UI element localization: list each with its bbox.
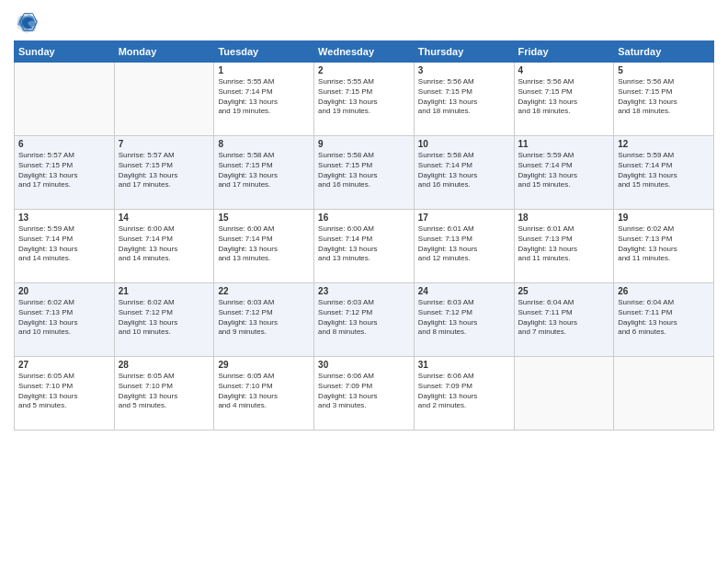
day-info: Sunrise: 6:03 AM Sunset: 7:12 PM Dayligh… xyxy=(318,298,410,338)
day-info: Sunrise: 5:55 AM Sunset: 7:15 PM Dayligh… xyxy=(318,77,410,117)
table-row: 1Sunrise: 5:55 AM Sunset: 7:14 PM Daylig… xyxy=(214,63,314,136)
day-info: Sunrise: 6:02 AM Sunset: 7:12 PM Dayligh… xyxy=(119,298,210,338)
table-row: 14Sunrise: 6:00 AM Sunset: 7:14 PM Dayli… xyxy=(114,210,214,283)
calendar-week-row: 20Sunrise: 6:02 AM Sunset: 7:13 PM Dayli… xyxy=(15,283,714,357)
day-info: Sunrise: 5:58 AM Sunset: 7:14 PM Dayligh… xyxy=(418,151,510,190)
day-number: 5 xyxy=(618,65,710,75)
calendar-header-row: Sunday Monday Tuesday Wednesday Thursday… xyxy=(15,41,714,63)
day-number: 28 xyxy=(119,360,210,370)
day-info: Sunrise: 6:03 AM Sunset: 7:12 PM Dayligh… xyxy=(218,298,310,338)
day-info: Sunrise: 6:02 AM Sunset: 7:13 PM Dayligh… xyxy=(18,298,110,338)
day-info: Sunrise: 6:04 AM Sunset: 7:11 PM Dayligh… xyxy=(618,298,710,338)
day-number: 8 xyxy=(218,139,310,149)
day-number: 9 xyxy=(318,139,410,149)
day-number: 29 xyxy=(218,360,310,370)
day-info: Sunrise: 6:04 AM Sunset: 7:11 PM Dayligh… xyxy=(518,298,610,338)
day-number: 10 xyxy=(418,139,510,149)
logo xyxy=(14,9,43,35)
table-row: 4Sunrise: 5:56 AM Sunset: 7:15 PM Daylig… xyxy=(514,63,614,136)
day-number: 14 xyxy=(119,213,210,223)
table-row: 20Sunrise: 6:02 AM Sunset: 7:13 PM Dayli… xyxy=(15,283,115,357)
day-number: 31 xyxy=(418,360,510,370)
day-info: Sunrise: 6:00 AM Sunset: 7:14 PM Dayligh… xyxy=(218,224,310,264)
day-number: 11 xyxy=(518,139,610,149)
col-saturday: Saturday xyxy=(614,41,714,63)
day-info: Sunrise: 5:58 AM Sunset: 7:15 PM Dayligh… xyxy=(218,151,310,190)
day-number: 20 xyxy=(18,286,110,296)
table-row: 31Sunrise: 6:06 AM Sunset: 7:09 PM Dayli… xyxy=(414,357,514,431)
day-info: Sunrise: 5:56 AM Sunset: 7:15 PM Dayligh… xyxy=(418,77,510,117)
day-info: Sunrise: 6:05 AM Sunset: 7:10 PM Dayligh… xyxy=(119,372,210,411)
day-number: 23 xyxy=(318,286,410,296)
calendar-table: Sunday Monday Tuesday Wednesday Thursday… xyxy=(14,40,714,431)
day-info: Sunrise: 6:01 AM Sunset: 7:13 PM Dayligh… xyxy=(518,224,610,264)
day-number: 2 xyxy=(318,65,410,75)
day-info: Sunrise: 5:56 AM Sunset: 7:15 PM Dayligh… xyxy=(618,77,710,117)
day-number: 7 xyxy=(119,139,210,149)
day-number: 13 xyxy=(18,213,110,223)
day-info: Sunrise: 6:06 AM Sunset: 7:09 PM Dayligh… xyxy=(318,372,410,411)
day-number: 4 xyxy=(518,65,610,75)
header xyxy=(14,9,714,35)
day-info: Sunrise: 6:01 AM Sunset: 7:13 PM Dayligh… xyxy=(418,224,510,264)
table-row: 23Sunrise: 6:03 AM Sunset: 7:12 PM Dayli… xyxy=(314,283,415,357)
day-number: 12 xyxy=(618,139,710,149)
logo-icon xyxy=(14,9,40,35)
day-number: 3 xyxy=(418,65,510,75)
day-number: 6 xyxy=(18,139,110,149)
day-number: 30 xyxy=(318,360,410,370)
day-info: Sunrise: 6:02 AM Sunset: 7:13 PM Dayligh… xyxy=(618,224,710,264)
day-number: 24 xyxy=(418,286,510,296)
day-number: 1 xyxy=(218,65,310,75)
day-info: Sunrise: 5:55 AM Sunset: 7:14 PM Dayligh… xyxy=(218,77,310,117)
col-friday: Friday xyxy=(514,41,614,63)
table-row: 12Sunrise: 5:59 AM Sunset: 7:14 PM Dayli… xyxy=(614,136,714,210)
table-row: 16Sunrise: 6:00 AM Sunset: 7:14 PM Dayli… xyxy=(314,210,415,283)
calendar-week-row: 13Sunrise: 5:59 AM Sunset: 7:14 PM Dayli… xyxy=(15,210,714,283)
table-row: 30Sunrise: 6:06 AM Sunset: 7:09 PM Dayli… xyxy=(314,357,415,431)
table-row xyxy=(15,63,115,136)
table-row: 22Sunrise: 6:03 AM Sunset: 7:12 PM Dayli… xyxy=(214,283,314,357)
col-monday: Monday xyxy=(114,41,214,63)
table-row: 28Sunrise: 6:05 AM Sunset: 7:10 PM Dayli… xyxy=(114,357,214,431)
day-info: Sunrise: 6:00 AM Sunset: 7:14 PM Dayligh… xyxy=(318,224,410,264)
col-tuesday: Tuesday xyxy=(214,41,314,63)
day-info: Sunrise: 6:00 AM Sunset: 7:14 PM Dayligh… xyxy=(119,224,210,264)
day-number: 21 xyxy=(119,286,210,296)
table-row: 21Sunrise: 6:02 AM Sunset: 7:12 PM Dayli… xyxy=(114,283,214,357)
day-info: Sunrise: 6:06 AM Sunset: 7:09 PM Dayligh… xyxy=(418,372,510,411)
day-info: Sunrise: 6:05 AM Sunset: 7:10 PM Dayligh… xyxy=(218,372,310,411)
table-row: 3Sunrise: 5:56 AM Sunset: 7:15 PM Daylig… xyxy=(414,63,514,136)
table-row xyxy=(514,357,614,431)
table-row: 7Sunrise: 5:57 AM Sunset: 7:15 PM Daylig… xyxy=(114,136,214,210)
day-info: Sunrise: 5:56 AM Sunset: 7:15 PM Dayligh… xyxy=(518,77,610,117)
day-number: 22 xyxy=(218,286,310,296)
table-row: 15Sunrise: 6:00 AM Sunset: 7:14 PM Dayli… xyxy=(214,210,314,283)
day-number: 15 xyxy=(218,213,310,223)
col-thursday: Thursday xyxy=(414,41,514,63)
day-number: 18 xyxy=(518,213,610,223)
table-row xyxy=(614,357,714,431)
day-number: 16 xyxy=(318,213,410,223)
calendar-week-row: 6Sunrise: 5:57 AM Sunset: 7:15 PM Daylig… xyxy=(15,136,714,210)
table-row: 13Sunrise: 5:59 AM Sunset: 7:14 PM Dayli… xyxy=(15,210,115,283)
day-number: 17 xyxy=(418,213,510,223)
day-number: 27 xyxy=(18,360,110,370)
table-row: 6Sunrise: 5:57 AM Sunset: 7:15 PM Daylig… xyxy=(15,136,115,210)
calendar-week-row: 27Sunrise: 6:05 AM Sunset: 7:10 PM Dayli… xyxy=(15,357,714,431)
day-info: Sunrise: 6:03 AM Sunset: 7:12 PM Dayligh… xyxy=(418,298,510,338)
day-number: 19 xyxy=(618,213,710,223)
day-info: Sunrise: 6:05 AM Sunset: 7:10 PM Dayligh… xyxy=(18,372,110,411)
day-info: Sunrise: 5:59 AM Sunset: 7:14 PM Dayligh… xyxy=(18,224,110,264)
table-row: 18Sunrise: 6:01 AM Sunset: 7:13 PM Dayli… xyxy=(514,210,614,283)
day-number: 26 xyxy=(618,286,710,296)
calendar-week-row: 1Sunrise: 5:55 AM Sunset: 7:14 PM Daylig… xyxy=(15,63,714,136)
table-row: 27Sunrise: 6:05 AM Sunset: 7:10 PM Dayli… xyxy=(15,357,115,431)
col-wednesday: Wednesday xyxy=(314,41,415,63)
table-row: 10Sunrise: 5:58 AM Sunset: 7:14 PM Dayli… xyxy=(414,136,514,210)
table-row: 17Sunrise: 6:01 AM Sunset: 7:13 PM Dayli… xyxy=(414,210,514,283)
table-row: 19Sunrise: 6:02 AM Sunset: 7:13 PM Dayli… xyxy=(614,210,714,283)
col-sunday: Sunday xyxy=(15,41,115,63)
day-info: Sunrise: 5:58 AM Sunset: 7:15 PM Dayligh… xyxy=(318,151,410,190)
table-row: 8Sunrise: 5:58 AM Sunset: 7:15 PM Daylig… xyxy=(214,136,314,210)
